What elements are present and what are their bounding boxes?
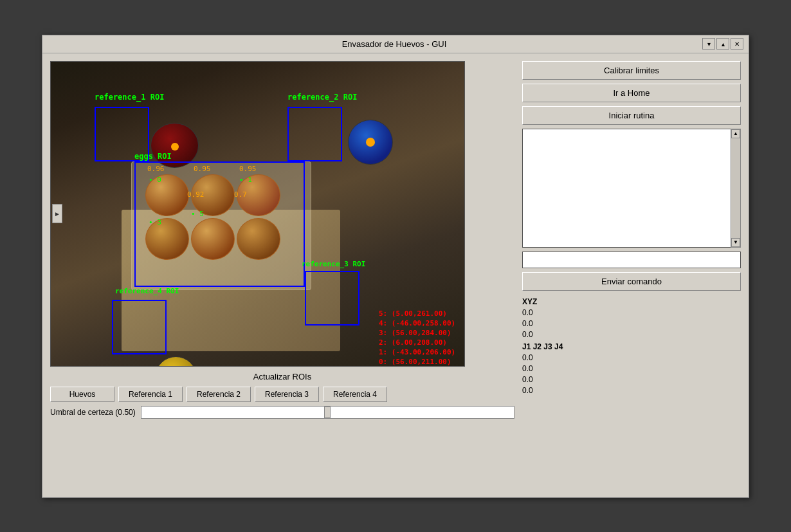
enviar-button[interactable]: Enviar comando — [522, 272, 741, 291]
huevos-button[interactable]: Huevos — [50, 387, 114, 402]
scroll-up-arrow[interactable]: ▲ — [731, 129, 740, 138]
egg-score-0: 0.96 — [147, 165, 165, 173]
main-window: Envasador de Huevos - GUI ▾ ▴ ✕ — [42, 35, 749, 498]
egg-idx-5: • 5 — [191, 210, 204, 218]
window-title: Envasador de Huevos - GUI — [86, 39, 702, 49]
nav-arrow-left[interactable]: ► — [52, 204, 62, 223]
log-scrollbar[interactable]: ▲ ▼ — [731, 129, 741, 248]
referencia1-button[interactable]: Referencia 1 — [118, 387, 183, 402]
coord-0: 0: (56.00,211.00) — [379, 358, 451, 366]
egg-score-1: 0.95 — [194, 165, 211, 173]
egg-score-4: 0.7 — [234, 190, 247, 199]
ref2-roi-label: reference_2 ROI — [287, 93, 357, 102]
j-label: J1 J2 J3 J4 — [522, 342, 741, 351]
roi-buttons: Huevos Referencia 1 Referencia 2 Referen… — [50, 387, 514, 402]
ref2-roi-box — [287, 107, 342, 161]
j4-value: 0.0 — [522, 385, 741, 396]
j2-value: 0.0 — [522, 363, 741, 374]
coord-4: 4: (-46.00,258.00) — [379, 319, 455, 327]
left-panel: reference_1 ROI reference_2 ROI eggs ROI… — [50, 61, 514, 490]
referencia2-button[interactable]: Referencia 2 — [186, 387, 251, 402]
threshold-row: Umbral de certeza (0.50) — [50, 406, 514, 419]
egg-idx-3: • 3 — [149, 218, 161, 226]
eggs-roi-label: eggs ROI — [134, 152, 172, 161]
controls-row: Actualizar ROIs Huevos Referencia 1 Refe… — [50, 372, 514, 419]
referencia4-button[interactable]: Referencia 4 — [323, 387, 387, 402]
coord-1: 1: (-43.00,206.00) — [379, 348, 455, 356]
update-rois-label: Actualizar ROIs — [50, 372, 514, 381]
xyz-y-value: 0.0 — [522, 318, 741, 329]
j3-value: 0.0 — [522, 374, 741, 385]
xyz-x-value: 0.0 — [522, 307, 741, 318]
content-area: reference_1 ROI reference_2 ROI eggs ROI… — [42, 53, 749, 497]
ref3-roi-label: reference_3 ROI — [302, 260, 365, 268]
egg-idx-0: • 0 — [149, 176, 161, 184]
ref3-roi-box — [305, 271, 359, 326]
xyz-label: XYZ — [522, 297, 741, 306]
egg-score-2: 0.95 — [239, 165, 257, 173]
coord-3: 3: (56.00,284.00) — [379, 329, 451, 337]
coord-5: 5: (5.00,261.00) — [379, 309, 447, 318]
camera-view: reference_1 ROI reference_2 ROI eggs ROI… — [50, 61, 465, 367]
egg-score-3: 0.92 — [187, 190, 205, 199]
log-container: ▲ ▼ — [522, 129, 741, 248]
title-bar: Envasador de Huevos - GUI ▾ ▴ ✕ — [42, 35, 749, 53]
scroll-track — [731, 138, 740, 238]
xyz-z-value: 0.0 — [522, 329, 741, 340]
command-input[interactable] — [522, 252, 741, 268]
ref4-roi-label: reference_4 ROI — [115, 287, 179, 295]
minimize-button[interactable]: ▾ — [702, 38, 715, 50]
iniciar-button[interactable]: Iniciar rutina — [522, 106, 741, 125]
scroll-down-arrow[interactable]: ▼ — [731, 238, 740, 247]
ref4-roi-box — [112, 300, 167, 354]
restore-button[interactable]: ▴ — [716, 38, 729, 50]
close-button[interactable]: ✕ — [731, 38, 743, 50]
threshold-slider[interactable] — [141, 406, 514, 419]
referencia3-button[interactable]: Referencia 3 — [255, 387, 319, 402]
home-button[interactable]: Ir a Home — [522, 84, 741, 102]
threshold-label: Umbral de certeza (0.50) — [50, 408, 136, 417]
log-textarea[interactable] — [522, 129, 731, 248]
coord-2: 2: (6.00,208.00) — [379, 338, 447, 347]
calibrar-button[interactable]: Calibrar limites — [522, 61, 741, 80]
ref1-roi-label: reference_1 ROI — [95, 93, 164, 102]
window-controls: ▾ ▴ ✕ — [702, 38, 743, 50]
right-panel: Calibrar limites Ir a Home Iniciar rutin… — [522, 61, 741, 490]
j1-value: 0.0 — [522, 353, 741, 363]
egg-idx-1: • 1 — [239, 176, 252, 184]
xyz-section: XYZ 0.0 0.0 0.0 J1 J2 J3 J4 0.0 0.0 0.0 … — [522, 297, 741, 396]
